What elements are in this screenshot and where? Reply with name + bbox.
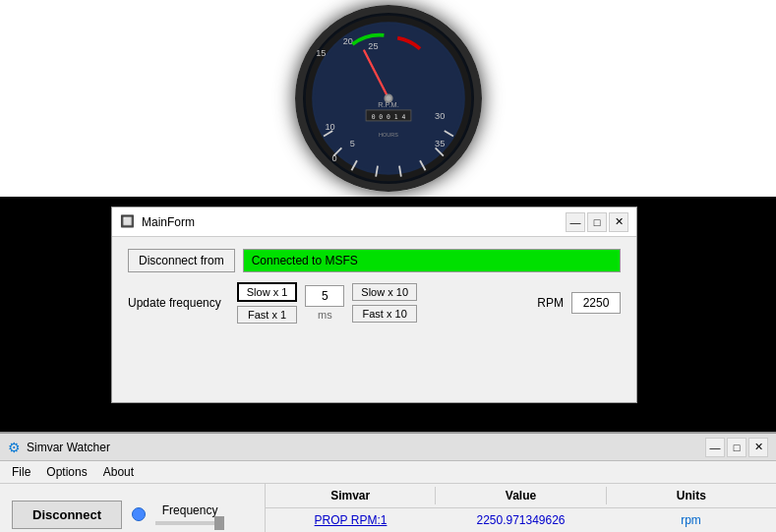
simvar-minimize-button[interactable]: — — [705, 438, 725, 457]
simvar-watcher: ⚙ Simvar Watcher — □ ✕ File Options Abou… — [0, 432, 776, 532]
disconnect-main-button[interactable]: Disconnect — [12, 501, 122, 529]
frequency-row: Update frequency Slow x 1 Fast x 1 5 ms … — [128, 282, 621, 324]
title-bar-left: 🔲 MainForm — [120, 214, 195, 230]
header-units: Units — [607, 487, 776, 504]
svg-text:30: 30 — [435, 111, 445, 121]
frequency-slider-thumb[interactable] — [214, 516, 224, 530]
frequency-slider[interactable] — [155, 521, 224, 525]
connection-status: Connected to MSFS — [243, 249, 621, 272]
connection-row: Disconnect from Connected to MSFS — [128, 249, 621, 272]
frequency-indicator — [132, 507, 146, 521]
svg-text:20: 20 — [342, 36, 352, 46]
header-value: Value — [436, 487, 606, 504]
update-frequency-label: Update frequency — [128, 296, 221, 310]
tachometer-svg: 15 20 25 30 35 0 5 10 R.P.M. 0 0 0 1 4 H… — [303, 13, 474, 184]
fast-x1-button[interactable]: Fast x 1 — [237, 306, 298, 324]
menu-options[interactable]: Options — [38, 463, 94, 481]
title-bar: 🔲 MainForm — □ ✕ — [112, 207, 636, 237]
simvar-maximize-button[interactable]: □ — [727, 438, 746, 457]
main-form-dialog: 🔲 MainForm — □ ✕ Disconnect from Connect… — [111, 207, 637, 403]
rpm-value: 2250 — [571, 292, 621, 314]
menu-bar: File Options About — [0, 461, 776, 484]
rpm-section: RPM 2250 — [537, 292, 621, 314]
simvar-units: rpm — [606, 511, 776, 529]
tachometer-area: 15 20 25 30 35 0 5 10 R.P.M. 0 0 0 1 4 H… — [0, 0, 776, 197]
simvar-title: Simvar Watcher — [27, 441, 110, 454]
svg-text:HOURS: HOURS — [379, 132, 398, 138]
rpm-label: RPM — [537, 296, 564, 310]
simvar-title-controls: — □ ✕ — [705, 438, 768, 457]
app-icon: 🔲 — [120, 214, 136, 230]
minimize-button[interactable]: — — [566, 212, 585, 232]
svg-text:5: 5 — [349, 139, 354, 148]
slow-buttons: Slow x 1 Fast x 1 — [237, 282, 298, 324]
simvar-title-left: ⚙ Simvar Watcher — [8, 440, 110, 455]
svg-text:0: 0 — [331, 153, 336, 163]
frequency-section: Frequency — [155, 503, 224, 525]
title-controls: — □ ✕ — [566, 212, 628, 232]
simvar-title-bar: ⚙ Simvar Watcher — □ ✕ — [0, 434, 776, 461]
menu-about[interactable]: About — [95, 463, 142, 481]
ms-label: ms — [318, 309, 332, 321]
svg-text:35: 35 — [435, 139, 445, 148]
tachometer-gauge: 15 20 25 30 35 0 5 10 R.P.M. 0 0 0 1 4 H… — [295, 5, 482, 192]
frequency-label: Frequency — [162, 503, 218, 517]
fast-buttons: Slow x 10 Fast x 10 — [352, 283, 417, 323]
svg-text:25: 25 — [368, 41, 378, 51]
svg-point-25 — [386, 95, 390, 100]
simvar-name[interactable]: PROP RPM:1 — [266, 511, 436, 529]
maximize-button[interactable]: □ — [587, 212, 607, 232]
header-simvar: Simvar — [266, 487, 436, 504]
data-table: Simvar Value Units PROP RPM:1 2250.97134… — [266, 484, 776, 532]
simvar-app-icon: ⚙ — [8, 440, 21, 455]
main-form-title: MainForm — [142, 215, 195, 229]
ms-value: 5 — [305, 285, 344, 307]
simvar-close-button[interactable]: ✕ — [748, 438, 768, 457]
slow-x10-button[interactable]: Slow x 10 — [352, 283, 417, 301]
form-body: Disconnect from Connected to MSFS Update… — [112, 237, 636, 345]
frequency-slider-container[interactable] — [155, 521, 224, 525]
simvar-main: Disconnect Frequency Simvar Value Units … — [0, 484, 776, 532]
close-button[interactable]: ✕ — [609, 212, 628, 232]
fast-x10-button[interactable]: Fast x 10 — [352, 305, 417, 323]
slow-x1-button[interactable]: Slow x 1 — [237, 282, 298, 302]
menu-file[interactable]: File — [4, 463, 38, 481]
simvar-value: 2250.971349626 — [436, 511, 606, 529]
svg-text:0 0 0 1 4: 0 0 0 1 4 — [371, 113, 405, 121]
svg-text:10: 10 — [325, 122, 334, 132]
table-header: Simvar Value Units — [266, 484, 776, 508]
table-row: PROP RPM:1 2250.971349626 rpm — [266, 508, 776, 532]
svg-text:15: 15 — [316, 48, 326, 58]
ms-box: 5 ms — [305, 285, 344, 321]
left-panel: Disconnect Frequency — [0, 484, 266, 532]
disconnect-from-button[interactable]: Disconnect from — [128, 249, 235, 272]
